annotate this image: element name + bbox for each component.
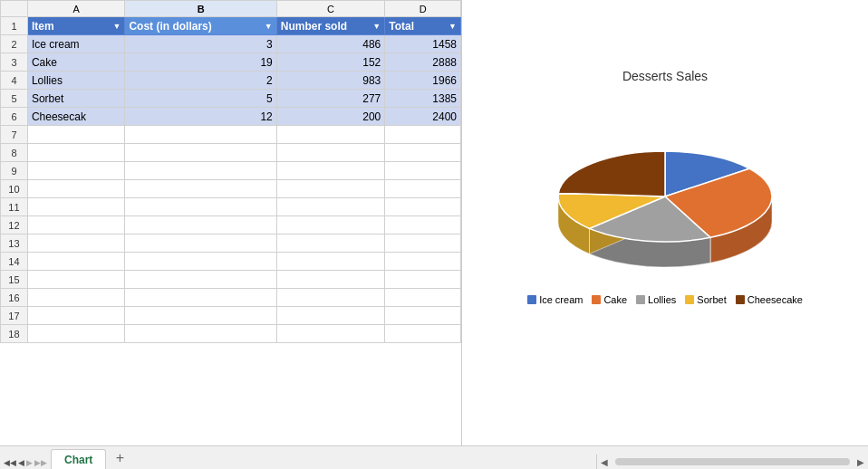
legend-color-cake — [592, 295, 601, 304]
tab-bar-area: ◀◀ ◀ ▶ ▶▶ Chart + ◀ ▶ — [0, 445, 868, 469]
cell-c5[interactable]: 277 — [276, 90, 385, 108]
horizontal-scrollbar[interactable]: ◀ ▶ — [596, 455, 868, 469]
legend-item-lollies: Lollies — [636, 294, 676, 305]
row-num-5: 5 — [1, 90, 28, 108]
cell-a5[interactable]: Sorbet — [27, 90, 125, 108]
cell-a4[interactable]: Lollies — [27, 72, 125, 90]
cell-a6[interactable]: Cheesecak — [27, 108, 125, 126]
chart-section: Desserts Sales Ice cream Cake — [462, 0, 868, 445]
header-cost[interactable]: Cost (in dollars) ▼ — [125, 17, 276, 35]
dropdown-arrow-total[interactable]: ▼ — [448, 22, 457, 31]
cell-a2[interactable]: Ice cream — [27, 35, 125, 53]
table-row: 13 — [1, 234, 461, 253]
legend-item-sorbet: Sorbet — [685, 294, 726, 305]
chart-title: Desserts Sales — [622, 69, 708, 83]
scroll-left-icon[interactable]: ◀ — [597, 457, 612, 467]
row-num-3: 3 — [1, 53, 28, 72]
table-row: 16 — [1, 289, 461, 307]
cell-a3[interactable]: Cake — [27, 53, 125, 72]
legend-label-icecream: Ice cream — [539, 294, 583, 305]
cell-d2[interactable]: 1458 — [385, 35, 461, 53]
table-row: 1 Item ▼ Cost (in dollars) ▼ — [1, 17, 461, 35]
table-row: 7 — [1, 126, 461, 144]
legend-label-cake: Cake — [603, 294, 627, 305]
legend-item-cake: Cake — [592, 294, 627, 305]
table-row: 9 — [1, 162, 461, 180]
dropdown-arrow-cost[interactable]: ▼ — [265, 22, 273, 31]
table-row: 11 — [1, 198, 461, 216]
cell-c3[interactable]: 152 — [276, 53, 385, 72]
scroll-thumb[interactable] — [615, 458, 850, 465]
legend-color-cheesecake — [736, 295, 745, 304]
nav-prev-arrow[interactable]: ◀ — [18, 458, 24, 467]
col-header-a[interactable]: A — [27, 1, 125, 17]
table-row: 3 Cake 19 152 2888 — [1, 53, 461, 72]
legend-label-cheesecake: Cheesecake — [747, 294, 803, 305]
nav-first-arrow[interactable]: ◀◀ — [4, 458, 16, 467]
cell-c4[interactable]: 983 — [276, 72, 385, 90]
pie-chart — [538, 88, 792, 287]
cell-b6[interactable]: 12 — [125, 108, 276, 126]
col-header-c[interactable]: C — [276, 1, 385, 17]
cell-b5[interactable]: 5 — [125, 90, 276, 108]
col-header-b[interactable]: B — [125, 1, 276, 17]
row-num-6: 6 — [1, 108, 28, 126]
table-row: 14 — [1, 253, 461, 271]
cell-d5[interactable]: 1385 — [385, 90, 461, 108]
cell-c6[interactable]: 200 — [276, 108, 385, 126]
table-row: 5 Sorbet 5 277 1385 — [1, 90, 461, 108]
legend-label-sorbet: Sorbet — [697, 294, 726, 305]
sheet-nav-arrows: ◀◀ ◀ ▶ ▶▶ — [0, 458, 51, 469]
header-total[interactable]: Total ▼ — [385, 17, 461, 35]
row-num-2: 2 — [1, 35, 28, 53]
table-row: 12 — [1, 216, 461, 234]
dropdown-arrow-item[interactable]: ▼ — [113, 22, 121, 31]
row-num-4: 4 — [1, 72, 28, 90]
cell-c2[interactable]: 486 — [276, 35, 385, 53]
table-row: 15 — [1, 271, 461, 289]
header-item[interactable]: Item ▼ — [27, 17, 125, 35]
chart-container: Desserts Sales Ice cream Cake — [511, 69, 819, 377]
corner-cell — [1, 1, 28, 17]
table-row: 18 — [1, 325, 461, 343]
table-row: 2 Ice cream 3 486 1458 — [1, 35, 461, 53]
legend-item-cheesecake: Cheesecake — [736, 294, 803, 305]
table-row: 17 — [1, 307, 461, 325]
add-sheet-button[interactable]: + — [110, 448, 130, 468]
chart-legend: Ice cream Cake Lollies Sorbet — [527, 294, 803, 305]
app-container: A B C D 1 Item ▼ — [0, 0, 868, 469]
nav-next-arrow[interactable]: ▶ — [26, 458, 33, 467]
table-row: 6 Cheesecak 12 200 2400 — [1, 108, 461, 126]
legend-color-lollies — [636, 295, 645, 304]
table-row: 8 — [1, 144, 461, 162]
cell-b3[interactable]: 19 — [125, 53, 276, 72]
legend-label-lollies: Lollies — [648, 294, 676, 305]
scroll-right-icon[interactable]: ▶ — [854, 457, 868, 467]
table-section: A B C D 1 Item ▼ — [0, 0, 462, 445]
sheet-tab-chart[interactable]: Chart — [51, 449, 106, 469]
row-num-1: 1 — [1, 17, 28, 35]
nav-last-arrow[interactable]: ▶▶ — [34, 458, 47, 467]
legend-color-icecream — [527, 295, 536, 304]
cell-d6[interactable]: 2400 — [385, 108, 461, 126]
header-number-sold[interactable]: Number sold ▼ — [276, 17, 385, 35]
cell-b2[interactable]: 3 — [125, 35, 276, 53]
dropdown-arrow-sold[interactable]: ▼ — [372, 22, 381, 31]
cell-d3[interactable]: 2888 — [385, 53, 461, 72]
table-row: 10 — [1, 180, 461, 198]
table-row: 4 Lollies 2 983 1966 — [1, 72, 461, 90]
legend-color-sorbet — [685, 295, 694, 304]
col-header-d[interactable]: D — [385, 1, 461, 17]
legend-item-icecream: Ice cream — [527, 294, 583, 305]
cell-d4[interactable]: 1966 — [385, 72, 461, 90]
spreadsheet-table: A B C D 1 Item ▼ — [0, 0, 461, 343]
pie-segment[interactable] — [558, 151, 665, 196]
cell-b4[interactable]: 2 — [125, 72, 276, 90]
spreadsheet-area: A B C D 1 Item ▼ — [0, 0, 868, 445]
